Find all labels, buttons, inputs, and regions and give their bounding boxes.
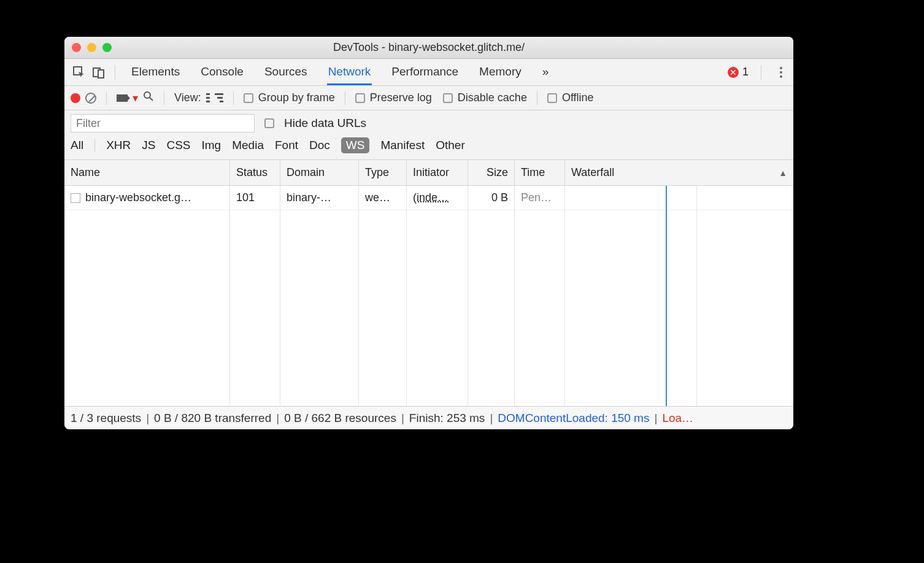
panel-tabs-row: Elements Console Sources Network Perform… [64,59,793,86]
separator [233,91,234,105]
preserve-log-label: Preserve log [370,91,432,104]
separator [537,91,537,105]
col-size[interactable]: Size [468,160,515,185]
type-filters: All XHR JS CSS Img Media Font Doc WS Man… [64,132,793,160]
devtools-window: DevTools - binary-websocket.glitch.me/ E… [64,37,793,429]
waterfall-end-marker [666,186,667,406]
filter-row: Hide data URLs [64,110,793,132]
cell-initiator[interactable]: (inde… [407,186,468,210]
hide-data-urls-checkbox[interactable] [264,118,274,128]
error-count-badge[interactable]: ✕ 1 [728,66,749,79]
group-by-frame-checkbox[interactable] [244,93,253,103]
type-ws[interactable]: WS [341,137,370,153]
tabs-overflow[interactable]: » [541,59,550,85]
col-initiator[interactable]: Initiator [407,160,468,185]
error-count: 1 [742,66,749,79]
svg-rect-2 [98,70,104,78]
network-toolbar: ▾ View: Group by frame Preserve log Disa… [64,86,793,110]
col-waterfall-label: Waterfall [571,166,614,179]
col-status[interactable]: Status [230,160,280,185]
disable-cache-checkbox[interactable] [443,93,453,103]
search-icon[interactable] [143,91,154,105]
tab-network[interactable]: Network [327,59,372,85]
panel-tabs: Elements Console Sources Network Perform… [130,59,550,85]
separator [164,91,164,105]
separator [115,65,115,80]
offline-label: Offline [562,91,594,104]
view-label: View: [174,91,201,104]
separator [106,91,107,105]
minimize-window-button[interactable] [87,43,96,52]
col-time[interactable]: Time [515,160,565,185]
cell-waterfall [565,186,793,210]
tab-console[interactable]: Console [199,59,245,85]
table-header: Name Status Domain Type Initiator Size T… [64,160,793,186]
separator [94,139,95,151]
waterfall-marker [696,186,697,406]
filter-icon[interactable]: ▾ [133,91,138,105]
status-finish: Finish: 253 ms [409,412,485,425]
col-domain[interactable]: Domain [280,160,359,185]
type-doc[interactable]: Doc [309,139,330,152]
inspect-element-icon[interactable] [69,63,89,82]
cell-domain: binary-… [280,186,359,210]
sort-asc-icon: ▲ [779,168,787,178]
window-title: DevTools - binary-websocket.glitch.me/ [64,41,793,54]
separator [761,65,761,80]
status-load: Loa… [662,412,693,425]
large-rows-icon[interactable] [206,93,210,102]
type-manifest[interactable]: Manifest [380,139,425,152]
hide-data-urls-label: Hide data URLs [284,117,366,130]
device-toolbar-icon[interactable] [89,63,109,82]
record-button[interactable] [71,93,80,103]
table-row[interactable]: binary-websocket.g… 101 binary-… we… (in… [64,186,793,210]
requests-table: Name Status Domain Type Initiator Size T… [64,160,793,406]
settings-menu-icon[interactable] [774,67,788,78]
tab-elements[interactable]: Elements [130,59,181,85]
error-icon: ✕ [728,67,739,78]
col-type[interactable]: Type [359,160,407,185]
type-other[interactable]: Other [436,139,465,152]
tab-performance[interactable]: Performance [390,59,460,85]
status-dcl: DOMContentLoaded: 150 ms [498,412,649,425]
offline-checkbox[interactable] [547,93,557,103]
tab-memory[interactable]: Memory [478,59,523,85]
col-waterfall[interactable]: Waterfall ▲ [565,160,793,185]
maximize-window-button[interactable] [102,43,112,52]
tab-sources[interactable]: Sources [263,59,309,85]
titlebar: DevTools - binary-websocket.glitch.me/ [64,37,793,59]
cell-type: we… [359,186,407,210]
svg-line-4 [150,98,153,101]
col-name[interactable]: Name [64,160,230,185]
cell-time: Pen… [515,186,565,210]
type-all[interactable]: All [71,139,83,152]
cell-size: 0 B [468,186,515,210]
type-font[interactable]: Font [275,139,298,152]
type-img[interactable]: Img [202,139,221,152]
type-css[interactable]: CSS [166,139,190,152]
filter-input[interactable] [71,114,255,132]
separator [345,91,345,105]
type-js[interactable]: JS [142,139,155,152]
status-resources: 0 B / 662 B resources [284,412,396,425]
cell-name: binary-websocket.g… [64,186,230,210]
status-requests: 1 / 3 requests [71,412,141,425]
file-icon [71,193,80,203]
cell-status: 101 [230,186,280,210]
preserve-log-checkbox[interactable] [355,93,365,103]
svg-point-3 [144,92,150,98]
status-transferred: 0 B / 820 B transferred [154,412,271,425]
clear-button[interactable] [85,93,96,104]
close-window-button[interactable] [72,43,81,52]
type-media[interactable]: Media [232,139,264,152]
group-by-frame-label: Group by frame [258,91,335,104]
waterfall-view-icon[interactable] [215,93,223,102]
table-body: binary-websocket.g… 101 binary-… we… (in… [64,186,793,406]
screenshot-icon[interactable] [117,94,128,102]
status-bar: 1 / 3 requests| 0 B / 820 B transferred|… [64,406,793,429]
type-xhr[interactable]: XHR [106,139,131,152]
traffic-lights [72,43,112,52]
disable-cache-label: Disable cache [458,91,527,104]
